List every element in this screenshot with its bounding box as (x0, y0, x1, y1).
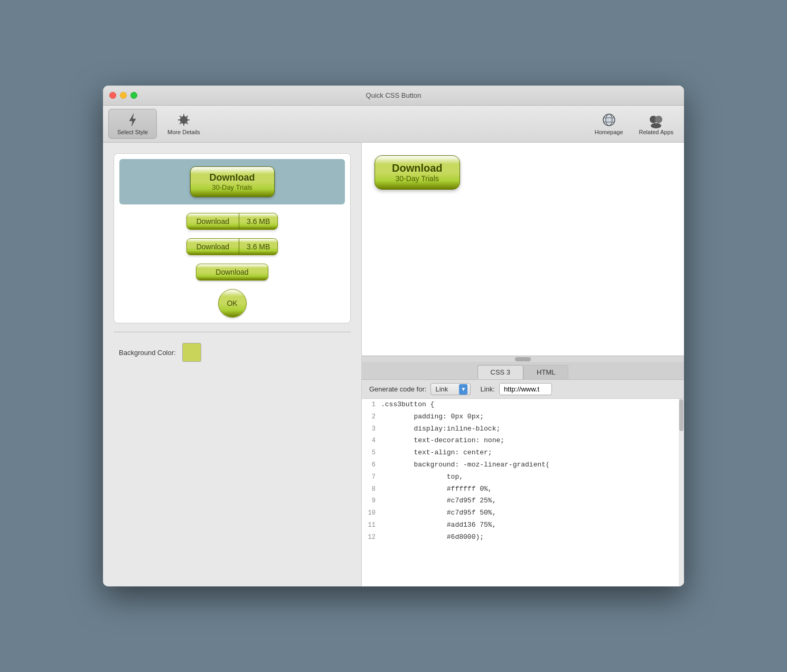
code-line: 6 background: -moz-linear-gradient( (362, 459, 684, 471)
line-code: #c7d95f 25%, (381, 496, 496, 507)
code-line: 12 #6d8000); (362, 531, 684, 544)
code-options: Generate code for: Link Button Input ▼ L… (362, 380, 684, 399)
bg-color-row: Background Color: (114, 341, 351, 364)
line-code: text-align: center; (381, 447, 492, 459)
toolbar: Select Style More Details Hom (103, 106, 684, 143)
code-line: 11 #add136 75%, (362, 519, 684, 531)
line-code: #c7d95f 50%, (381, 508, 496, 519)
related-apps-icon (647, 113, 665, 129)
line-number: 6 (362, 460, 381, 470)
plain-download-button[interactable]: Download (196, 264, 268, 281)
line-code: text-decoration: none; (381, 435, 504, 446)
separator (114, 332, 351, 332)
small-button-1-left: Download (187, 213, 239, 229)
tab-html[interactable]: HTML (523, 365, 568, 379)
right-panel: Download 30-Day Trials CSS 3 HTML Genera… (362, 143, 684, 586)
preview-sub-text: 30-Day Trials (392, 174, 443, 183)
window-title: Quick CSS Button (366, 91, 421, 99)
small-button-2[interactable]: Download 3.6 MB (186, 238, 278, 255)
code-line: 7 top, (362, 471, 684, 483)
code-line: 2 padding: 0px 0px; (362, 411, 684, 423)
line-code: top, (381, 472, 463, 483)
line-code: display:inline-block; (381, 424, 500, 435)
line-number: 9 (362, 496, 381, 506)
related-apps-label: Related Apps (639, 129, 673, 135)
line-number: 1 (362, 400, 381, 410)
code-line: 4 text-decoration: none; (362, 435, 684, 447)
code-line: 9 #c7d95f 25%, (362, 495, 684, 507)
link-input[interactable] (499, 383, 552, 395)
line-number: 5 (362, 448, 381, 458)
line-code: padding: 0px 0px; (381, 412, 484, 423)
code-line: 8 #ffffff 0%, (362, 483, 684, 496)
link-label: Link: (480, 385, 494, 393)
code-line: 5 text-align: center; (362, 447, 684, 459)
line-number: 8 (362, 484, 381, 494)
left-panel: Download 30-Day Trials Download 3.6 MB D… (103, 143, 362, 586)
generate-dropdown[interactable]: Link Button Input (430, 383, 471, 395)
tab-css3[interactable]: CSS 3 (477, 365, 524, 379)
small-button-1-right: 3.6 MB (239, 213, 277, 229)
line-number: 7 (362, 472, 381, 482)
line-code: #6d8000); (381, 532, 484, 543)
svg-point-11 (651, 123, 661, 128)
featured-sub-text: 30-Day Trials (210, 183, 255, 191)
small-button-1[interactable]: Download 3.6 MB (186, 213, 278, 230)
line-code: #ffffff 0%, (381, 484, 492, 495)
line-number: 11 (362, 520, 381, 530)
preview-scrollbar[interactable] (362, 356, 684, 362)
bg-color-swatch[interactable] (182, 343, 201, 362)
line-code: .css3button { (381, 399, 434, 410)
more-details-button[interactable]: More Details (159, 109, 209, 138)
homepage-button[interactable]: Homepage (589, 111, 629, 137)
line-number: 12 (362, 533, 381, 543)
homepage-icon (600, 113, 618, 129)
code-area: 1.css3button {2 padding: 0px 0px;3 displ… (362, 399, 684, 586)
code-block[interactable]: 1.css3button {2 padding: 0px 0px;3 displ… (362, 399, 684, 586)
svg-marker-0 (129, 114, 136, 126)
generate-label: Generate code for: (369, 385, 426, 393)
svg-point-8 (603, 114, 615, 126)
code-line: 10 #c7d95f 50%, (362, 507, 684, 519)
code-line: 3 display:inline-block; (362, 423, 684, 435)
featured-button-wrapper: Download 30-Day Trials (119, 159, 345, 204)
generate-dropdown-wrapper: Link Button Input ▼ (430, 383, 471, 395)
code-tabs: CSS 3 HTML (362, 362, 684, 380)
title-bar: Quick CSS Button (103, 86, 684, 106)
line-code: background: -moz-linear-gradient( (381, 460, 550, 471)
code-scrollbar[interactable] (679, 399, 684, 586)
svg-point-3 (182, 118, 185, 122)
preview-main-text: Download (392, 162, 443, 174)
related-apps-button[interactable]: Related Apps (634, 111, 679, 137)
line-number: 4 (362, 436, 381, 446)
bg-color-label: Background Color: (119, 349, 176, 357)
lightning-icon (125, 113, 140, 127)
small-button-2-left: Download (187, 239, 239, 255)
minimize-button[interactable] (120, 92, 127, 99)
close-button[interactable] (109, 92, 116, 99)
select-style-button[interactable]: Select Style (108, 109, 157, 139)
main-content: Download 30-Day Trials Download 3.6 MB D… (103, 143, 684, 586)
select-style-label: Select Style (117, 129, 148, 135)
scrollbar-thumb (515, 357, 531, 361)
gear-icon (176, 113, 191, 127)
button-preview-box: Download 30-Day Trials Download 3.6 MB D… (114, 153, 351, 323)
line-number: 3 (362, 424, 381, 434)
homepage-label: Homepage (595, 129, 623, 135)
small-button-2-right: 3.6 MB (239, 239, 277, 255)
code-line: 1.css3button { (362, 399, 684, 411)
more-details-label: More Details (167, 129, 200, 135)
maximize-button[interactable] (130, 92, 137, 99)
featured-main-text: Download (210, 172, 255, 183)
line-code: #add136 75%, (381, 520, 496, 531)
line-number: 2 (362, 412, 381, 422)
preview-download-button[interactable]: Download 30-Day Trials (374, 155, 460, 190)
traffic-lights (109, 92, 137, 99)
toolbar-right: Homepage Related Apps (589, 111, 679, 137)
code-scrollbar-thumb (679, 399, 683, 431)
svg-point-10 (655, 116, 662, 123)
featured-download-button[interactable]: Download 30-Day Trials (190, 166, 275, 197)
ok-button[interactable]: OK (218, 289, 247, 318)
preview-area: Download 30-Day Trials (362, 143, 684, 356)
main-window: Quick CSS Button Select Style More Detai… (103, 86, 684, 586)
